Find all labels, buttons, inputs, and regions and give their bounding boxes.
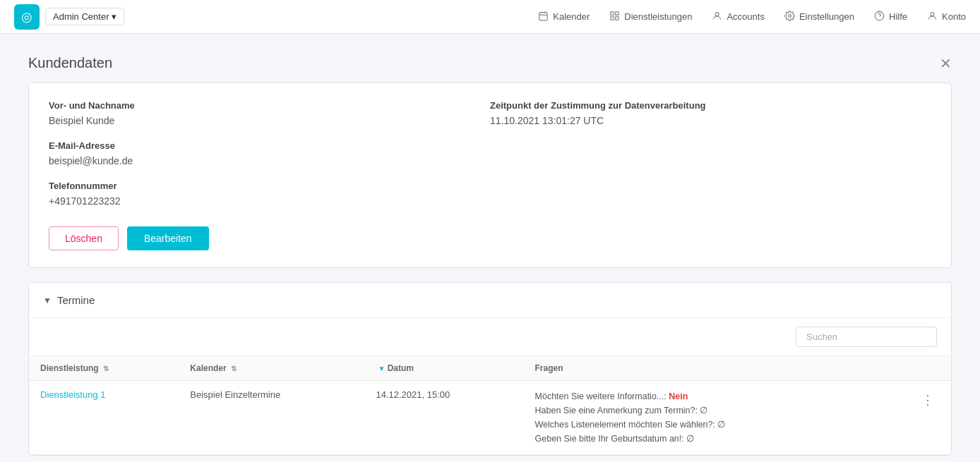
- fragen-line: Haben Sie eine Anmerkung zum Termin?: ∅: [535, 403, 864, 418]
- nav-dienstleistungen-label: Dienstleistungen: [624, 11, 692, 22]
- termine-chevron-icon: ▼: [43, 296, 52, 305]
- name-label: Vor- und Nachname: [49, 100, 490, 111]
- svg-rect-7: [616, 16, 619, 19]
- svg-point-12: [931, 12, 934, 16]
- col-fragen-label: Fragen: [535, 363, 563, 373]
- search-input[interactable]: [796, 327, 937, 347]
- einstellungen-icon: [784, 11, 795, 23]
- col-datum-label: Datum: [388, 363, 414, 373]
- logo-area: ◎ Admin Center ▾: [14, 4, 124, 30]
- col-dienstleistung-label: Dienstleistung: [40, 363, 99, 373]
- nav-accounts-label: Accounts: [727, 11, 764, 22]
- col-dienstleistung[interactable]: Dienstleistung ⇅: [29, 356, 179, 381]
- customer-right-col: Zeitpunkt der Zustimmung zur Datenverarb…: [490, 100, 931, 221]
- customer-data-grid: Vor- und Nachname Beispiel Kunde E-Mail-…: [49, 100, 931, 221]
- fragen-line: Welches Listenelement möchten Sie wählen…: [535, 418, 864, 432]
- consent-value: 11.10.2021 13:01:27 UTC: [490, 115, 931, 126]
- termine-header: ▼ Termine: [29, 283, 951, 318]
- cell-dienstleistung: Dienstleistung 1: [29, 381, 179, 455]
- termine-toolbar: [29, 318, 951, 356]
- close-button[interactable]: ✕: [940, 56, 952, 71]
- dienstleistungen-icon: [609, 11, 620, 23]
- fragen-line: Geben Sie bitte Ihr Geburtsdatum an!: ∅: [535, 432, 864, 446]
- nav-dienstleistungen[interactable]: Dienstleistungen: [609, 11, 692, 23]
- col-datum[interactable]: ▼ Datum: [364, 356, 523, 381]
- termine-section-label: Termine: [57, 294, 95, 306]
- email-value: beispiel@kunde.de: [49, 155, 490, 166]
- nav-hilfe-label: Hilfe: [889, 11, 907, 22]
- email-label: E-Mail-Adresse: [49, 140, 490, 151]
- col-fragen: Fragen: [524, 356, 875, 381]
- svg-rect-5: [616, 11, 619, 14]
- nav-links: Kalender Dienstleistungen Accounts Einst…: [538, 11, 966, 23]
- row-menu-button[interactable]: ⋮: [916, 389, 940, 411]
- nav-kalender[interactable]: Kalender: [538, 11, 590, 23]
- admin-center-button[interactable]: Admin Center ▾: [45, 8, 124, 25]
- hilfe-icon: [874, 11, 885, 23]
- customer-left-col: Vor- und Nachname Beispiel Kunde E-Mail-…: [49, 100, 490, 221]
- termine-table: Dienstleistung ⇅ Kalender ⇅ ▼ Datum Frag…: [29, 356, 951, 455]
- konto-icon: [927, 11, 938, 23]
- nav-accounts[interactable]: Accounts: [712, 11, 764, 23]
- termine-card: ▼ Termine Dienstleistung ⇅ Kalender ⇅: [28, 282, 952, 456]
- dropdown-arrow-icon: ▾: [112, 11, 116, 22]
- kalender-icon: [538, 11, 549, 23]
- svg-rect-4: [611, 11, 614, 14]
- page-title: Kundendaten: [28, 55, 112, 71]
- svg-point-9: [789, 14, 791, 17]
- table-body: Dienstleistung 1Beispiel Einzeltermine14…: [29, 381, 951, 455]
- cell-datum: 14.12.2021, 15:00: [364, 381, 523, 455]
- fragen-line: Möchten Sie weitere Informatio...: Nein: [535, 389, 864, 403]
- phone-label: Telefonnummer: [49, 181, 490, 191]
- dienstleistung-link[interactable]: Dienstleistung 1: [40, 389, 106, 400]
- table-header: Dienstleistung ⇅ Kalender ⇅ ▼ Datum Frag…: [29, 356, 951, 381]
- cell-row-actions: ⋮: [874, 381, 951, 455]
- table-row: Dienstleistung 1Beispiel Einzeltermine14…: [29, 381, 951, 455]
- admin-center-label: Admin Center: [53, 11, 109, 22]
- sort-datum-active-icon: ▼: [378, 365, 385, 372]
- sort-dienstleistung-icon: ⇅: [103, 365, 109, 372]
- nav-einstellungen[interactable]: Einstellungen: [784, 11, 854, 23]
- name-value: Beispiel Kunde: [49, 115, 490, 126]
- customer-data-card: Vor- und Nachname Beispiel Kunde E-Mail-…: [28, 83, 952, 268]
- cell-kalender: Beispiel Einzeltermine: [179, 381, 364, 455]
- card-actions: Löschen Bearbeiten: [49, 226, 931, 250]
- sort-kalender-icon: ⇅: [231, 365, 237, 372]
- cell-fragen: Möchten Sie weitere Informatio...: NeinH…: [524, 381, 875, 455]
- edit-button[interactable]: Bearbeiten: [127, 226, 209, 250]
- svg-point-8: [715, 12, 719, 16]
- nav-konto[interactable]: Konto: [927, 11, 966, 23]
- logo-icon: ◎: [14, 4, 40, 30]
- svg-rect-6: [611, 16, 614, 19]
- col-kalender[interactable]: Kalender ⇅: [179, 356, 364, 381]
- phone-value: +491701223232: [49, 195, 490, 207]
- svg-rect-0: [539, 12, 547, 20]
- col-kalender-label: Kalender: [190, 363, 226, 373]
- nav-hilfe[interactable]: Hilfe: [874, 11, 907, 23]
- answer-no: Nein: [669, 391, 688, 401]
- panel-title-row: Kundendaten ✕: [28, 55, 952, 71]
- main-content: Kundendaten ✕ Vor- und Nachname Beispiel…: [0, 34, 980, 462]
- accounts-icon: [712, 11, 722, 23]
- nav-einstellungen-label: Einstellungen: [799, 11, 854, 22]
- top-nav: ◎ Admin Center ▾ Kalender Dienstleistung…: [0, 0, 980, 34]
- nav-konto-label: Konto: [942, 11, 966, 22]
- delete-button[interactable]: Löschen: [49, 226, 119, 250]
- nav-kalender-label: Kalender: [553, 11, 590, 22]
- col-actions-header: [874, 356, 951, 381]
- consent-label: Zeitpunkt der Zustimmung zur Datenverarb…: [490, 100, 931, 111]
